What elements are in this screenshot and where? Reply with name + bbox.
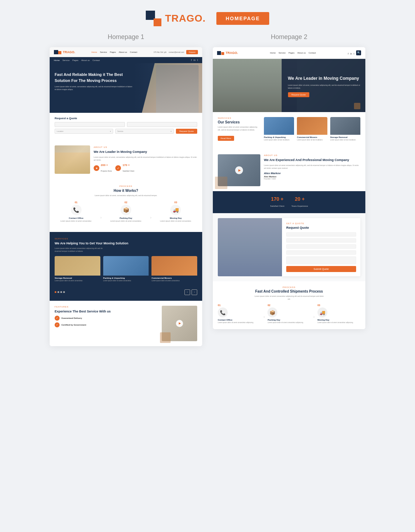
hp1-feature-label1: Guaranteed Delivery — [61, 317, 82, 319]
hp2-bottom-step2-label: Packing Day — [267, 319, 310, 321]
hp1-feature-item1: ✓ Guaranteed Delivery — [55, 316, 158, 321]
hp2-instagram-icon[interactable]: in — [350, 52, 352, 55]
homepage2-label: Homepage 2 — [213, 33, 365, 41]
hp1-nav-links: Home Service Pages About us Contact — [92, 51, 137, 53]
hp1-nav-btn[interactable]: Request — [186, 50, 198, 54]
hp1-phone-input[interactable] — [127, 122, 197, 127]
hp2-submit-btn[interactable]: Submit Quote — [286, 266, 356, 272]
hp2-service3-desc: Lorem ipsum dolor sit text incididunt. — [330, 139, 360, 142]
hp1-features-section: FEATURES Experience The Best Service Wit… — [50, 301, 202, 346]
hp1-sec-home[interactable]: Home — [54, 59, 60, 61]
homepage1-column: Homepage 1 TRAGO. Home Service Pages Abo… — [50, 33, 202, 346]
hp1-sec-pages[interactable]: Pages — [72, 59, 78, 61]
hp1-prev-btn[interactable]: ‹ — [184, 289, 190, 295]
hp1-step1-num: 01 — [55, 201, 98, 204]
hp1-sec-contact[interactable]: Contact — [93, 59, 100, 61]
hp2-bottom-step1-icon: 📞 — [218, 307, 228, 317]
hp1-twitter-icon[interactable]: t — [197, 59, 198, 61]
hp2-bottom-step3-icon: 🚚 — [317, 307, 327, 317]
hp1-nav-about[interactable]: About us — [119, 51, 127, 53]
hp2-about-play-btn[interactable]: ▶ — [235, 166, 243, 174]
hp1-feature-item2: ✓ Certified by Government — [55, 322, 158, 327]
hp1-how-section: PROCESS How it Works? Lorem ipsum dolor … — [50, 180, 202, 232]
hp1-stat1-val: 200 + — [101, 164, 112, 167]
hp1-dot1[interactable] — [55, 291, 56, 293]
hp1-instagram-icon[interactable]: in — [194, 59, 195, 61]
hp1-step3-label: Moving Day — [154, 217, 197, 219]
hp2-fullname-input[interactable] — [286, 238, 356, 243]
hp2-nav-about[interactable]: About us — [297, 52, 306, 54]
hp1-chevron-right-icon2: › — [150, 216, 151, 220]
hp1-dot2[interactable] — [57, 291, 59, 293]
hp1-dot3[interactable] — [60, 291, 62, 293]
hp2-twitter-icon[interactable]: t — [354, 52, 354, 55]
hp1-nav-contact[interactable]: Contact — [130, 51, 137, 53]
hp2-about-images: ▶ — [218, 154, 260, 186]
hp2-hero-deco — [354, 103, 360, 109]
hp2-nav-links: Home Service Pages About us Contact — [270, 52, 316, 54]
hp1-features-title: Experience The Best Service With us — [55, 309, 158, 314]
hp1-arrow1: › — [100, 201, 101, 227]
hp2-about-signature: Alex Markov — [264, 172, 360, 175]
hp2-facebook-icon[interactable]: f — [348, 52, 349, 55]
hp1-next-icon: › — [194, 290, 195, 294]
hp2-nav-contact[interactable]: Contact — [309, 52, 316, 54]
hp1-service-select[interactable]: Service ▾ — [115, 129, 174, 134]
hp2-service2-desc: Lorem ipsum dolor sit text incididunt. — [297, 139, 327, 142]
hp1-about-desc: Lorem ipsum dolor sit amet, consectetur … — [94, 156, 197, 161]
hp1-dot4[interactable] — [63, 291, 65, 293]
hp1-step1: 01 📞 Contact Office Lorem ipsum dolor si… — [55, 201, 98, 227]
hp2-moving-icon: 🚚 — [320, 310, 325, 315]
hp1-hero-title: Fast And Reliable Making it The Best Sol… — [55, 72, 133, 83]
hp2-bottom-steps: 01 📞 Contact Office Lorem ipsum dolor si… — [218, 304, 360, 324]
hp2-bottom-desc: Lorem ipsum dolor sit amet consectetur a… — [254, 295, 325, 300]
hp2-hero-title: We Are Leader in Moving Company — [288, 75, 361, 82]
hp1-service-card2: Packing & Unpacking Lorem ipsum dolor si… — [103, 256, 149, 286]
hp1-step2-num: 02 — [104, 201, 147, 204]
hp1-next-btn[interactable]: › — [192, 289, 197, 295]
hp1-nav-home[interactable]: Home — [92, 51, 97, 53]
hp1-fullname-input[interactable] — [55, 122, 125, 127]
hp2-stat1-label: Satisfied Client — [270, 205, 284, 207]
hp2-nav-home[interactable]: Home — [270, 52, 276, 54]
hp1-service-img1 — [55, 256, 100, 276]
hp1-nav-pages[interactable]: Pages — [110, 51, 116, 53]
hp2-bottom-tag: PROCESS — [218, 286, 360, 288]
hp1-cert-icon: ✓ — [56, 323, 58, 326]
hp1-how-title: How it Works? — [55, 189, 197, 193]
hp2-message-input[interactable] — [286, 256, 356, 264]
hp2-contact-input[interactable] — [286, 232, 356, 237]
hp1-features-deco — [160, 332, 171, 343]
hp1-play-btn[interactable]: ▶ — [176, 320, 183, 327]
hp2-search-btn[interactable]: 🔍 — [356, 50, 361, 55]
hp1-step3: 03 🚚 Moving Day Lorem ipsum dolor sit am… — [154, 201, 197, 227]
hp2-quote-tag: GET A QUOTE — [286, 222, 356, 225]
hp1-truck-icon: ✓ — [56, 317, 58, 320]
previews-row: Homepage 1 TRAGO. Home Service Pages Abo… — [0, 33, 415, 360]
hp2-services-grid: Packing & Unpacking Lorem ipsum dolor si… — [264, 117, 360, 144]
hp2-search-icon: 🔍 — [357, 51, 360, 54]
hp2-nav-pages[interactable]: Pages — [288, 52, 294, 54]
hp2-nav-service[interactable]: Service — [278, 52, 286, 54]
hp2-service-card1: Packing & Unpacking Lorem ipsum dolor si… — [264, 117, 294, 144]
hp2-hero-btn[interactable]: Request Quote — [288, 92, 309, 97]
hp2-services-title: Our Services — [218, 120, 260, 124]
homepage-badge[interactable]: HOMEPAGE — [216, 12, 269, 25]
hp1-sec-about[interactable]: About us — [81, 59, 90, 61]
hp1-facebook-icon[interactable]: f — [191, 59, 192, 61]
hp1-prev-icon: ‹ — [187, 290, 188, 294]
hp1-location-select[interactable]: Location ▾ — [55, 129, 113, 134]
hp1-sec-service[interactable]: Service — [62, 59, 70, 61]
hp1-service-card1-desc: Lorem ipsum dolor sit amet consectetur. — [55, 280, 100, 282]
hp2-name-input[interactable] — [286, 250, 356, 255]
hp2-bottom-step1-label: Contact Office — [218, 319, 261, 321]
hp2-service-card2: Commercial Movers Lorem ipsum dolor sit … — [297, 117, 327, 144]
hp1-stat1-label: Projects Done — [101, 170, 112, 172]
hp1-nav-service[interactable]: Service — [100, 51, 107, 53]
hp2-stat2-val: 20 + — [292, 196, 308, 202]
hp2-bottom-step1-desc: Lorem ipsum dolor sit amet consectetur a… — [218, 322, 261, 324]
hp1-request-btn[interactable]: Request Quote — [176, 129, 197, 134]
hp1-services-grid: Storage Removal Lorem ipsum dolor sit am… — [55, 256, 197, 286]
hp2-pickup-input[interactable] — [286, 244, 356, 249]
hp2-services-btn[interactable]: Read More — [218, 136, 234, 141]
